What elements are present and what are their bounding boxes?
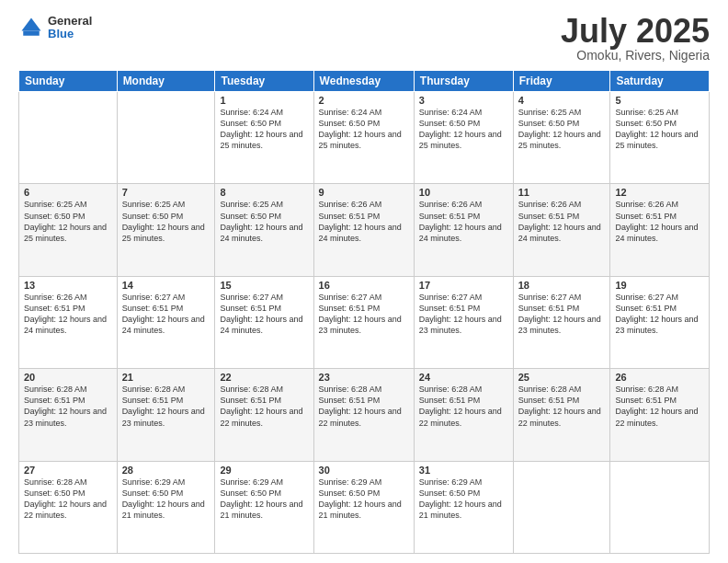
day-info: Sunrise: 6:29 AMSunset: 6:50 PMDaylight:… <box>122 477 210 522</box>
weekday-header: Monday <box>117 71 215 92</box>
calendar-week-row: 1Sunrise: 6:24 AMSunset: 6:50 PMDaylight… <box>19 92 710 184</box>
title-month: July 2025 <box>561 15 710 48</box>
weekday-header: Saturday <box>610 71 710 92</box>
logo-blue: Blue <box>48 28 92 40</box>
day-info: Sunrise: 6:25 AMSunset: 6:50 PMDaylight:… <box>615 107 704 152</box>
day-info: Sunrise: 6:28 AMSunset: 6:50 PMDaylight:… <box>24 477 112 522</box>
calendar-cell: 15Sunrise: 6:27 AMSunset: 6:51 PMDayligh… <box>215 276 313 368</box>
day-number: 20 <box>24 372 112 383</box>
day-info: Sunrise: 6:27 AMSunset: 6:51 PMDaylight:… <box>122 292 210 337</box>
day-number: 22 <box>220 372 308 383</box>
day-number: 17 <box>419 280 508 291</box>
day-number: 30 <box>319 465 409 476</box>
weekday-header: Tuesday <box>215 71 313 92</box>
day-info: Sunrise: 6:24 AMSunset: 6:50 PMDaylight:… <box>319 107 409 152</box>
day-info: Sunrise: 6:28 AMSunset: 6:51 PMDaylight:… <box>24 384 112 429</box>
day-info: Sunrise: 6:28 AMSunset: 6:51 PMDaylight:… <box>518 384 606 429</box>
day-info: Sunrise: 6:28 AMSunset: 6:51 PMDaylight:… <box>122 384 210 429</box>
calendar-header-row: SundayMondayTuesdayWednesdayThursdayFrid… <box>19 71 710 92</box>
calendar-cell: 1Sunrise: 6:24 AMSunset: 6:50 PMDaylight… <box>215 92 313 184</box>
calendar-cell: 7Sunrise: 6:25 AMSunset: 6:50 PMDaylight… <box>117 184 215 276</box>
calendar-cell: 16Sunrise: 6:27 AMSunset: 6:51 PMDayligh… <box>313 276 414 368</box>
calendar-cell: 20Sunrise: 6:28 AMSunset: 6:51 PMDayligh… <box>19 369 118 461</box>
day-number: 26 <box>615 372 704 383</box>
calendar-cell: 29Sunrise: 6:29 AMSunset: 6:50 PMDayligh… <box>215 461 313 553</box>
day-info: Sunrise: 6:26 AMSunset: 6:51 PMDaylight:… <box>615 199 704 244</box>
calendar-cell: 30Sunrise: 6:29 AMSunset: 6:50 PMDayligh… <box>313 461 414 553</box>
calendar-cell: 25Sunrise: 6:28 AMSunset: 6:51 PMDayligh… <box>513 369 610 461</box>
svg-rect-1 <box>23 31 40 36</box>
calendar-cell: 19Sunrise: 6:27 AMSunset: 6:51 PMDayligh… <box>610 276 710 368</box>
day-number: 19 <box>615 280 704 291</box>
day-number: 27 <box>24 465 112 476</box>
calendar: SundayMondayTuesdayWednesdayThursdayFrid… <box>18 70 710 554</box>
calendar-cell: 27Sunrise: 6:28 AMSunset: 6:50 PMDayligh… <box>19 461 118 553</box>
day-info: Sunrise: 6:24 AMSunset: 6:50 PMDaylight:… <box>220 107 308 152</box>
day-number: 8 <box>220 187 308 198</box>
calendar-cell <box>19 92 118 184</box>
logo-icon <box>18 15 44 40</box>
calendar-week-row: 20Sunrise: 6:28 AMSunset: 6:51 PMDayligh… <box>19 369 710 461</box>
calendar-cell: 14Sunrise: 6:27 AMSunset: 6:51 PMDayligh… <box>117 276 215 368</box>
day-info: Sunrise: 6:25 AMSunset: 6:50 PMDaylight:… <box>122 199 210 244</box>
calendar-cell: 3Sunrise: 6:24 AMSunset: 6:50 PMDaylight… <box>414 92 513 184</box>
calendar-cell <box>117 92 215 184</box>
day-number: 31 <box>419 465 508 476</box>
day-info: Sunrise: 6:25 AMSunset: 6:50 PMDaylight:… <box>220 199 308 244</box>
calendar-week-row: 6Sunrise: 6:25 AMSunset: 6:50 PMDaylight… <box>19 184 710 276</box>
day-number: 24 <box>419 372 508 383</box>
day-info: Sunrise: 6:29 AMSunset: 6:50 PMDaylight:… <box>419 477 508 522</box>
header: General Blue July 2025 Omoku, Rivers, Ni… <box>18 15 710 63</box>
day-info: Sunrise: 6:26 AMSunset: 6:51 PMDaylight:… <box>518 199 606 244</box>
day-number: 15 <box>220 280 308 291</box>
day-number: 10 <box>419 187 508 198</box>
day-number: 21 <box>122 372 210 383</box>
day-info: Sunrise: 6:27 AMSunset: 6:51 PMDaylight:… <box>518 292 606 337</box>
calendar-cell: 9Sunrise: 6:26 AMSunset: 6:51 PMDaylight… <box>313 184 414 276</box>
day-number: 14 <box>122 280 210 291</box>
day-number: 1 <box>220 95 308 106</box>
day-info: Sunrise: 6:28 AMSunset: 6:51 PMDaylight:… <box>615 384 704 429</box>
day-info: Sunrise: 6:25 AMSunset: 6:50 PMDaylight:… <box>24 199 112 244</box>
day-number: 29 <box>220 465 308 476</box>
day-number: 2 <box>319 95 409 106</box>
day-info: Sunrise: 6:26 AMSunset: 6:51 PMDaylight:… <box>24 292 112 337</box>
day-info: Sunrise: 6:25 AMSunset: 6:50 PMDaylight:… <box>518 107 606 152</box>
day-number: 28 <box>122 465 210 476</box>
day-number: 18 <box>518 280 606 291</box>
calendar-cell <box>610 461 710 553</box>
calendar-cell: 13Sunrise: 6:26 AMSunset: 6:51 PMDayligh… <box>19 276 118 368</box>
day-number: 9 <box>319 187 409 198</box>
calendar-cell: 26Sunrise: 6:28 AMSunset: 6:51 PMDayligh… <box>610 369 710 461</box>
calendar-cell: 8Sunrise: 6:25 AMSunset: 6:50 PMDaylight… <box>215 184 313 276</box>
calendar-week-row: 27Sunrise: 6:28 AMSunset: 6:50 PMDayligh… <box>19 461 710 553</box>
title-section: July 2025 Omoku, Rivers, Nigeria <box>561 15 710 63</box>
day-number: 23 <box>319 372 409 383</box>
day-info: Sunrise: 6:27 AMSunset: 6:51 PMDaylight:… <box>615 292 704 337</box>
calendar-cell: 4Sunrise: 6:25 AMSunset: 6:50 PMDaylight… <box>513 92 610 184</box>
day-info: Sunrise: 6:27 AMSunset: 6:51 PMDaylight:… <box>419 292 508 337</box>
weekday-header: Thursday <box>414 71 513 92</box>
calendar-week-row: 13Sunrise: 6:26 AMSunset: 6:51 PMDayligh… <box>19 276 710 368</box>
day-info: Sunrise: 6:28 AMSunset: 6:51 PMDaylight:… <box>319 384 409 429</box>
day-info: Sunrise: 6:26 AMSunset: 6:51 PMDaylight:… <box>419 199 508 244</box>
calendar-cell <box>513 461 610 553</box>
day-number: 3 <box>419 95 508 106</box>
day-info: Sunrise: 6:28 AMSunset: 6:51 PMDaylight:… <box>220 384 308 429</box>
calendar-cell: 17Sunrise: 6:27 AMSunset: 6:51 PMDayligh… <box>414 276 513 368</box>
day-number: 25 <box>518 372 606 383</box>
page: General Blue July 2025 Omoku, Rivers, Ni… <box>0 0 728 563</box>
calendar-cell: 24Sunrise: 6:28 AMSunset: 6:51 PMDayligh… <box>414 369 513 461</box>
calendar-cell: 18Sunrise: 6:27 AMSunset: 6:51 PMDayligh… <box>513 276 610 368</box>
logo-general: General <box>48 15 92 28</box>
calendar-cell: 28Sunrise: 6:29 AMSunset: 6:50 PMDayligh… <box>117 461 215 553</box>
logo: General Blue <box>18 15 92 41</box>
title-location: Omoku, Rivers, Nigeria <box>561 48 710 63</box>
calendar-cell: 12Sunrise: 6:26 AMSunset: 6:51 PMDayligh… <box>610 184 710 276</box>
calendar-cell: 2Sunrise: 6:24 AMSunset: 6:50 PMDaylight… <box>313 92 414 184</box>
calendar-cell: 21Sunrise: 6:28 AMSunset: 6:51 PMDayligh… <box>117 369 215 461</box>
calendar-cell: 10Sunrise: 6:26 AMSunset: 6:51 PMDayligh… <box>414 184 513 276</box>
svg-marker-0 <box>22 18 41 31</box>
logo-text: General Blue <box>48 15 92 41</box>
calendar-cell: 6Sunrise: 6:25 AMSunset: 6:50 PMDaylight… <box>19 184 118 276</box>
